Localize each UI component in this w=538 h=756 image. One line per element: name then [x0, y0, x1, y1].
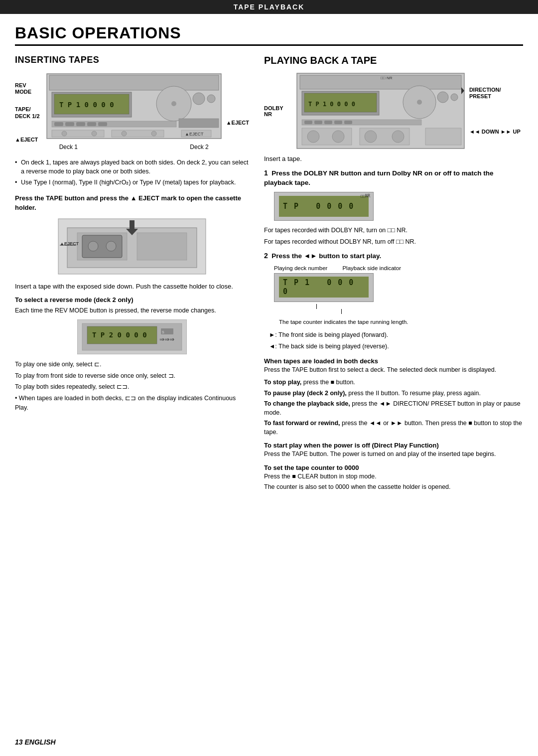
insert-instruction: Insert a tape with the exposed side down… [15, 282, 249, 292]
inserting-tapes-title: INSERTING TAPES [15, 55, 249, 65]
svg-point-62 [392, 131, 404, 143]
svg-point-20 [151, 131, 156, 136]
svg-text:T P 1  0 0 0 0: T P 1 0 0 0 0 [59, 101, 114, 109]
nr-display-inner: T P 0 0 0 0 [279, 196, 369, 217]
tape-counter-section: To set the tape counter to 0000 Press th… [264, 464, 523, 492]
svg-point-29 [88, 241, 98, 251]
playing-deck-label: Playing deck number [274, 265, 327, 271]
stop-play-text: To stop play, press the ■ button. [264, 378, 523, 387]
direct-play-title: To start play when the power is off (Dir… [264, 442, 523, 449]
svg-rect-11 [65, 122, 74, 126]
eject-diagram-wrapper: ▲EJECT [57, 218, 207, 277]
svg-point-6 [171, 101, 176, 106]
tape-counter-line1: Press the ■ CLEAR button in stop mode. [264, 472, 523, 481]
right-side-labels: DIRECTION/ PRESET ◄◄ DOWN ►► UP [465, 72, 523, 150]
eject-instruction: Press the TAPE button and press the ▲ EJ… [15, 193, 249, 213]
tape-counter-line2: The counter is also set to 0000 when the… [264, 483, 523, 492]
inserting-bullets: On deck 1, tapes are always played back … [15, 158, 249, 187]
svg-rect-56 [344, 121, 352, 124]
play-mode-4-text: When tapes are loaded in both decks, ⊏⊐ … [15, 395, 236, 411]
eject-right-label-wrapper: ▲EJECT [226, 71, 249, 126]
dolby-note1: For tapes recorded with DOLBY NR, turn o… [264, 226, 523, 235]
step2-instruction: 2 Press the ◄► button to start play. [264, 251, 523, 261]
svg-point-49 [437, 92, 448, 103]
eject-left-label: ▲EJECT [15, 137, 44, 143]
when-tapes-section: When tapes are loaded in both decks Pres… [264, 357, 523, 375]
svg-text:T P 1  0 0 0 0: T P 1 0 0 0 0 [308, 101, 355, 108]
play-dir-2: ◄: The back side is being played (revers… [269, 342, 523, 351]
play-mode-2: To play from front side to reverse side … [15, 371, 249, 381]
svg-rect-12 [76, 122, 85, 126]
svg-text:□□ NR: □□ NR [381, 76, 393, 80]
display-labels-row: Playing deck number Playback side indica… [274, 265, 523, 271]
svg-rect-52 [304, 121, 312, 124]
stereo-device-svg: T P 1 0 0 0 0 [44, 71, 224, 141]
insert-text-right: Insert a tape. [264, 155, 523, 162]
step2-num: 2 [264, 252, 268, 260]
direct-play-section: To start play when the power is off (Dir… [264, 442, 523, 459]
dolby-note2: For tapes recorded without DOLBY NR, tur… [264, 237, 523, 247]
reverse-mode-title: To select a reverse mode (deck 2 only) [15, 296, 249, 303]
svg-point-48 [417, 100, 422, 105]
change-side-text: To change the playback side, press the ◄… [264, 400, 523, 417]
svg-point-59 [307, 131, 319, 143]
svg-point-60 [332, 131, 344, 143]
play-dir-1: ►: The front side is being played (forwa… [269, 330, 523, 340]
device-diagram-top: REV MODE TAPE/ DECK 1/2 ▲EJECT T P 1 0 0… [15, 71, 249, 151]
eject-instruction-bold: Press the TAPE button and press the ▲ EJ… [15, 194, 241, 212]
down-up-label: ◄◄ DOWN ►► UP [469, 129, 523, 135]
direction-preset-label: DIRECTION/ PRESET [469, 87, 523, 100]
indicator-line1 [316, 304, 317, 309]
step1-instruction: 1 Press the DOLBY NR button and turn Dol… [264, 168, 523, 188]
play-mode-4: • When tapes are loaded in both decks, ⊏… [15, 394, 249, 413]
eject-svg: ▲EJECT [57, 218, 207, 275]
nr-indicator: □□NR [361, 194, 370, 198]
header-title: TAPE PLAYBACK [234, 3, 305, 11]
svg-text:T P 2  0 0 0 0: T P 2 0 0 0 0 [92, 331, 147, 339]
play-mode-3: To play both sides repeatedly, select ⊏⊐… [15, 382, 249, 392]
svg-rect-23 [179, 119, 219, 128]
svg-rect-27 [137, 233, 187, 260]
direct-play-body: Press the TAPE button. The power is turn… [264, 450, 523, 459]
bullet-item: Use Type I (normal), Type II (high/CrO₂)… [15, 178, 249, 187]
nr-display: T P 0 0 0 0 □□NR [274, 192, 374, 221]
reverse-mode-body: Each time the REV MODE button is pressed… [15, 306, 249, 315]
tape-counter-title: To set the tape counter to 0000 [264, 464, 523, 471]
deck2-label: Deck 2 [190, 144, 208, 151]
reverse-display-svg: T P 2 0 0 0 0 S ⇒⇒⇒ [77, 319, 187, 354]
page-main-title: BASIC OPERATIONS [15, 24, 523, 46]
dolby-nr-label: DOLBY NR [264, 105, 292, 117]
page-number: 13 [15, 738, 23, 746]
svg-rect-63 [425, 128, 461, 145]
tape-counter-inner: T P 1 0 0 0 0 [279, 277, 369, 298]
reverse-display-wrapper: T P 2 0 0 0 0 S ⇒⇒⇒ [77, 319, 187, 356]
svg-rect-54 [324, 121, 332, 124]
fast-forward-text: To fast forward or rewind, press the ◄◄ … [264, 419, 523, 437]
rev-mode-label: REV MODE [15, 82, 44, 95]
play-mode-1: To play one side only, select ⊏. [15, 360, 249, 369]
svg-point-7 [193, 93, 205, 105]
svg-text:S: S [162, 330, 164, 334]
svg-rect-13 [87, 122, 96, 126]
svg-point-19 [122, 131, 127, 136]
when-tapes-title: When tapes are loaded in both decks [264, 357, 523, 365]
step2-text: Press the ◄► button to start play. [271, 252, 381, 260]
stereo-device-svg-wrapper: T P 1 0 0 0 0 [44, 71, 224, 151]
step1-num: 1 [264, 169, 268, 177]
svg-rect-10 [54, 122, 63, 126]
svg-rect-55 [334, 121, 342, 124]
svg-point-30 [106, 241, 116, 251]
right-column: PLAYING BACK A TAPE DOLBY NR T P 1 0 0 0… [264, 55, 523, 494]
svg-rect-53 [314, 121, 322, 124]
when-tapes-body: Press the TAPE button first to select a … [264, 366, 523, 375]
svg-point-50 [451, 94, 458, 101]
tape-counter-display: T P 1 0 0 0 0 [274, 273, 374, 302]
tape-deck-label: TAPE/ DECK 1/2 [15, 106, 44, 119]
playback-side-label: Playback side indicator [342, 265, 401, 271]
eject-right-label: ▲EJECT [226, 120, 249, 126]
counter-indicator-lines [309, 304, 523, 314]
svg-point-18 [92, 131, 97, 136]
svg-text:⇒⇒⇒: ⇒⇒⇒ [159, 336, 174, 343]
left-column: INSERTING TAPES REV MODE TAPE/ DECK 1/2 … [15, 55, 249, 494]
svg-text:▲EJECT: ▲EJECT [60, 241, 79, 246]
